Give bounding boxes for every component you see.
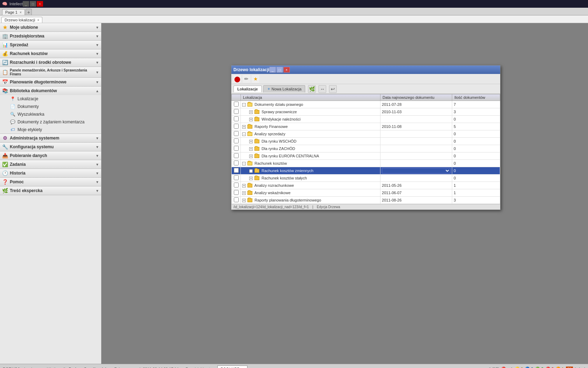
maximize-button[interactable]: □: [30, 1, 36, 7]
row-label[interactable]: + Sprawy pracownicze: [241, 108, 380, 116]
sidebar-header-ekspercka[interactable]: 🌿 Treść ekspercka ▼: [0, 186, 101, 195]
enterprise-select[interactable]: PCGUARD: [217, 366, 247, 368]
row-label[interactable]: + Rachunek kosztów stałych: [241, 175, 380, 182]
sidebar-item-lokalizacje[interactable]: 📍 Lokalizacje: [0, 95, 101, 103]
sidebar-header-pobieranie[interactable]: 📥 Pobieranie danych ▼: [0, 151, 101, 160]
sidebar-header-konfiguracja[interactable]: 🔧 Konfiguracja systemu ▼: [0, 143, 101, 151]
tab-add-button[interactable]: +: [26, 9, 32, 15]
sidebar-header-panele[interactable]: 📋 Panele menadżerskie, Arkusze i Sprawoz…: [0, 67, 101, 77]
expand-icon[interactable]: -: [242, 162, 246, 165]
expand-icon[interactable]: +: [249, 140, 253, 143]
row-label[interactable]: + Analizy wskaźnikowe: [241, 189, 380, 197]
row-checkbox[interactable]: [232, 108, 241, 116]
table-header-row: Lokalizacja Data najnowszego dokumentu I…: [232, 94, 500, 101]
dialog-minimize-button[interactable]: _: [270, 67, 276, 73]
table-row[interactable]: + Dla rynku WSCHÓD 0: [232, 138, 500, 145]
row-count: 0: [452, 116, 500, 123]
close-button[interactable]: ×: [37, 1, 43, 7]
row-checkbox[interactable]: [232, 123, 241, 130]
row-checkbox[interactable]: [232, 152, 241, 160]
sidebar-header-biblioteka[interactable]: 📚 Biblioteka dokumentów ▲: [0, 87, 101, 95]
tab-drzewo-lokalizacji[interactable]: Drzewo lokalizacji ×: [1, 17, 42, 23]
row-label[interactable]: - Dokumenty działu prawnego: [241, 101, 380, 108]
row-label[interactable]: + Dla rynku WSCHÓD: [241, 138, 380, 145]
row-label[interactable]: + Rachunek kosztów zmiennych: [241, 167, 380, 175]
table-row[interactable]: + Sprawy pracownicze 2010-11-03 3: [232, 108, 500, 116]
expand-icon[interactable]: +: [249, 155, 253, 158]
dialog-close-button[interactable]: ×: [284, 67, 290, 73]
table-row[interactable]: + Windykacje należności 0: [232, 116, 500, 123]
sidebar-header-ulubione[interactable]: ★ Moje ulubione ▼: [0, 23, 101, 32]
row-checkbox[interactable]: [232, 101, 241, 108]
row-checkbox[interactable]: [232, 175, 241, 182]
row-checkbox[interactable]: [232, 116, 241, 123]
row-label[interactable]: - Rachunek kosztów: [241, 160, 380, 167]
minimize-button[interactable]: _: [23, 1, 29, 7]
expand-icon[interactable]: +: [242, 199, 246, 202]
expand-icon[interactable]: +: [242, 184, 246, 188]
expand-icon[interactable]: +: [242, 125, 246, 129]
expand-icon[interactable]: +: [249, 118, 253, 121]
table-row[interactable]: - Analizy sprzedaży 0: [232, 130, 500, 138]
dialog-tab-nowa-lokalizacja[interactable]: ✦ Nowa Lokalizacja: [263, 85, 306, 93]
table-row[interactable]: + Rachunek kosztów zmiennych 0: [232, 167, 500, 175]
sidebar-item-dokumenty-komentarz[interactable]: 💬 Dokumenty z żądaniem komentarza: [0, 118, 101, 126]
sidebar-header-przedsiebiorstwa[interactable]: 🏢 Przedsiębiorstwa ▼: [0, 32, 101, 40]
sidebar-header-planowanie[interactable]: 📅 Planowanie długoterminowe ▼: [0, 78, 101, 86]
row-checkbox[interactable]: [232, 167, 241, 175]
row-checkbox[interactable]: [232, 160, 241, 167]
row-label[interactable]: + Analizy rozrachunkowe: [241, 182, 380, 189]
table-row[interactable]: + Raporty Finansowe 2010-11-08 5: [232, 123, 500, 130]
expand-icon[interactable]: +: [249, 110, 253, 114]
sidebar-header-rachunek[interactable]: 💰 Rachunek kosztów ▼: [0, 49, 101, 58]
table-row[interactable]: - Dokumenty działu prawnego 2011-07-28 7: [232, 101, 500, 108]
expand-icon[interactable]: +: [249, 169, 253, 173]
row-checkbox[interactable]: [232, 197, 241, 204]
expand-nav-icon[interactable]: ↔: [318, 85, 326, 93]
inner-tab-close[interactable]: ×: [37, 18, 39, 22]
expand-icon[interactable]: +: [242, 191, 246, 195]
expand-icon[interactable]: +: [249, 177, 253, 180]
row-checkbox[interactable]: [232, 138, 241, 145]
sidebar-header-historia[interactable]: 🕐 Historia ▼: [0, 169, 101, 177]
table-row[interactable]: + Rachunek kosztów stałych 0: [232, 175, 500, 182]
favorite-button[interactable]: ★: [252, 75, 259, 83]
row-label[interactable]: + Raporty Finansowe: [241, 123, 380, 130]
sidebar-item-wyszukiwarka[interactable]: 🔍 Wyszukiwarka: [0, 110, 101, 118]
delete-button[interactable]: ⬤: [233, 75, 241, 83]
expand-icon[interactable]: -: [242, 132, 246, 136]
sidebar-header-admin[interactable]: ⚙ Administracja systemem ▼: [0, 134, 101, 142]
row-label[interactable]: + Windykacje należności: [241, 116, 380, 123]
table-row[interactable]: + Analizy wskaźnikowe 2011-06-07 1: [232, 189, 500, 197]
tab-page1[interactable]: Page 1 ×: [2, 9, 25, 15]
sidebar-header-pomoc[interactable]: ❓ Pomoc ▼: [0, 178, 101, 186]
table-row[interactable]: - Rachunek kosztów 0: [232, 160, 500, 167]
sidebar-header-rozrachunki[interactable]: 🔄 Rozrachunki i środki obrotowe ▼: [0, 58, 101, 67]
table-row[interactable]: + Raporty planowania długoterminowego 20…: [232, 197, 500, 204]
table-row[interactable]: + Dla rynku ZACHÓD 0: [232, 145, 500, 152]
table-row[interactable]: + Analizy rozrachunkowe 2011-05-26 1: [232, 182, 500, 189]
edit-button[interactable]: ✏: [243, 75, 250, 83]
row-count: 0: [452, 145, 500, 152]
row-checkbox[interactable]: [232, 189, 241, 197]
row-checkbox[interactable]: [232, 145, 241, 152]
sidebar-item-dokumenty[interactable]: 📄 Dokumenty: [0, 103, 101, 110]
tab-page1-close[interactable]: ×: [20, 11, 22, 14]
sidebar-header-sprzedaz[interactable]: 📊 Sprzedaż ▼: [0, 41, 101, 49]
sidebar-header-zadania[interactable]: ✅ Zadania ▼: [0, 160, 101, 169]
row-label[interactable]: + Dla rynku ZACHÓD: [241, 145, 380, 152]
dialog-tab-lokalizacje[interactable]: Lokalizacje: [233, 86, 262, 92]
table-row[interactable]: + Dla rynku EUROPA CENTRALNA 0: [232, 152, 500, 160]
row-label[interactable]: - Analizy sprzedaży: [241, 130, 380, 138]
expand-icon[interactable]: -: [242, 103, 246, 107]
row-label[interactable]: + Raporty planowania długoterminowego: [241, 197, 380, 204]
date-dropdown[interactable]: [382, 168, 450, 173]
row-checkbox[interactable]: [232, 130, 241, 138]
tree-nav-icon[interactable]: 🌿: [308, 85, 316, 93]
dialog-maximize-button[interactable]: □: [276, 67, 283, 73]
expand-icon[interactable]: +: [249, 147, 253, 151]
row-label[interactable]: + Dla rynku EUROPA CENTRALNA: [241, 152, 380, 160]
row-checkbox[interactable]: [232, 182, 241, 189]
sidebar-item-etykiety[interactable]: 🏷 Moje etykiety: [0, 126, 101, 134]
back-nav-icon[interactable]: ↩: [329, 85, 337, 93]
